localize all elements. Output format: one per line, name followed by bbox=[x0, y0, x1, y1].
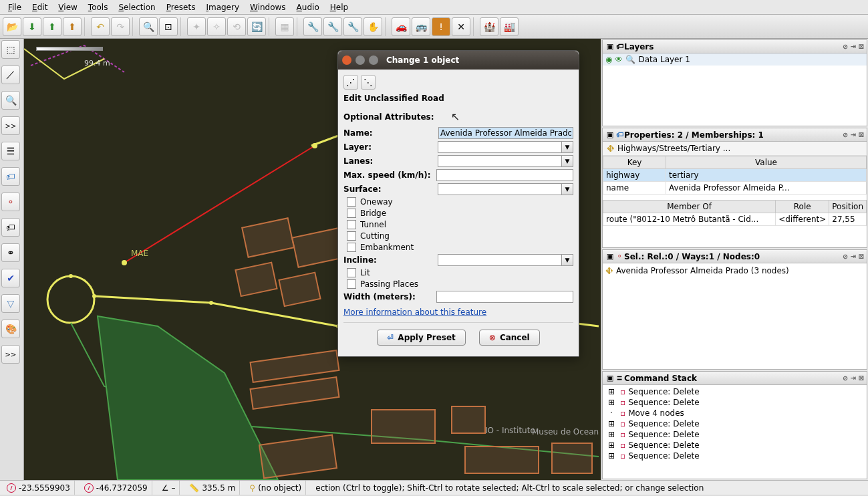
tree-icon[interactable]: ⊞ bbox=[605, 387, 617, 396]
tree-icon[interactable]: ⊞ bbox=[605, 451, 617, 461]
grid-button[interactable]: ▦ bbox=[275, 17, 294, 36]
maximize-icon[interactable] bbox=[369, 55, 378, 65]
expand-tools2[interactable]: >> bbox=[1, 345, 20, 364]
member-row[interactable]: route ("8012-10 Metrô Butantã - Cid...<d… bbox=[603, 213, 867, 226]
position-header[interactable]: Position bbox=[829, 201, 867, 213]
cmd-item[interactable]: ·▫Move 4 nodes bbox=[603, 408, 867, 418]
zoom-in-button[interactable]: 🔍 bbox=[139, 17, 158, 36]
tree-icon[interactable]: ⊞ bbox=[605, 398, 617, 407]
bridge-check[interactable]: Bridge bbox=[347, 209, 573, 218]
more-info-link[interactable]: More information about this feature bbox=[343, 307, 486, 317]
memberof-header[interactable]: Member Of bbox=[603, 201, 776, 213]
surface-input[interactable] bbox=[438, 183, 561, 195]
tunnel-check[interactable]: Tunnel bbox=[347, 220, 573, 229]
cutting-check[interactable]: Cutting bbox=[347, 231, 573, 241]
menu-help[interactable]: Help bbox=[325, 1, 353, 13]
scale-bar[interactable] bbox=[36, 47, 103, 51]
status-object[interactable]: ⚲(no object) bbox=[245, 481, 306, 495]
member-role[interactable]: <different> bbox=[776, 213, 829, 226]
member-pos[interactable]: 27,55 bbox=[829, 213, 867, 226]
collapse-icon[interactable]: ▣ bbox=[605, 374, 615, 383]
preset-wrench3-button[interactable]: 🔧 bbox=[343, 17, 362, 36]
lanes-combo[interactable]: ▼ bbox=[438, 155, 573, 167]
chevron-down-icon[interactable]: ▼ bbox=[561, 141, 573, 153]
menu-imagery[interactable]: Imagery bbox=[200, 1, 245, 13]
tag-tool[interactable]: 🏷 bbox=[1, 167, 20, 186]
status-lon[interactable]: -46.7372059 bbox=[80, 481, 152, 495]
name-input[interactable] bbox=[438, 127, 573, 139]
chevron-down-icon[interactable]: ▼ bbox=[561, 155, 573, 167]
checkbox-icon[interactable] bbox=[347, 243, 356, 252]
status-dist[interactable]: 📏335.5 m bbox=[185, 481, 240, 495]
undo-button[interactable]: ↶ bbox=[91, 17, 110, 36]
selection-item[interactable]: ⛖ Avenida Professor Almeida Prado (3 nod… bbox=[603, 263, 867, 278]
menu-selection[interactable]: Selection bbox=[113, 1, 160, 13]
layers-tool[interactable]: ☰ bbox=[1, 142, 20, 160]
bus-button[interactable]: 🚌 bbox=[412, 17, 430, 36]
preset-wrench1-button[interactable]: 🔧 bbox=[303, 17, 322, 36]
member-of[interactable]: route ("8012-10 Metrô Butantã - Cid... bbox=[603, 213, 776, 226]
tag-row[interactable]: highwaytertiary bbox=[603, 169, 867, 182]
key-header[interactable]: Key bbox=[603, 156, 666, 169]
passing-check[interactable]: Passing Places bbox=[347, 279, 573, 289]
preset-wrench2-button[interactable]: 🔧 bbox=[323, 17, 342, 36]
value-header[interactable]: Value bbox=[666, 156, 867, 169]
menu-audio[interactable]: Audio bbox=[291, 1, 325, 13]
tree-icon[interactable]: ⊞ bbox=[605, 441, 617, 450]
dialog-titlebar[interactable]: Change 1 object bbox=[338, 51, 579, 70]
cmd-item[interactable]: ⊞▫Sequence: Delete bbox=[603, 451, 867, 461]
tag-key[interactable]: highway bbox=[603, 169, 666, 182]
scheme-icon2[interactable]: ⋱ bbox=[361, 75, 376, 90]
factory-button[interactable]: 🏭 bbox=[500, 17, 519, 36]
status-angle[interactable]: ∠– bbox=[158, 481, 180, 495]
lanes-input[interactable] bbox=[438, 155, 561, 167]
tools-button[interactable]: ✕ bbox=[452, 17, 470, 36]
layer-item[interactable]: ◉ 👁 🔍 Data Layer 1 bbox=[603, 53, 867, 66]
tag-value[interactable]: tertiary bbox=[666, 169, 867, 182]
filter-tool[interactable]: ▽ bbox=[1, 294, 20, 313]
tag-key[interactable]: name bbox=[603, 182, 666, 195]
tag2-tool[interactable]: 🏷 bbox=[1, 218, 20, 237]
layers-panel-header[interactable]: ▣ 🏷 Layers ⊘ ⇥ ⊠ bbox=[603, 40, 867, 53]
collapse-icon[interactable]: ▣ bbox=[605, 252, 615, 261]
panel-controls[interactable]: ⊘ ⇥ ⊠ bbox=[843, 253, 864, 260]
chevron-down-icon[interactable]: ▼ bbox=[561, 183, 573, 195]
layer-input[interactable] bbox=[438, 141, 561, 153]
panel-controls[interactable]: ⊘ ⇥ ⊠ bbox=[843, 43, 864, 50]
tool-wand-button[interactable]: ✦ bbox=[187, 17, 206, 36]
maxspeed-input[interactable] bbox=[436, 169, 573, 181]
download-button[interactable]: ⬇ bbox=[23, 17, 41, 36]
redo-button[interactable]: ↷ bbox=[111, 17, 130, 36]
status-lat[interactable]: -23.5559903 bbox=[3, 481, 75, 495]
relation2-tool[interactable]: ⚭ bbox=[1, 243, 20, 262]
hand-button[interactable]: ✋ bbox=[364, 17, 382, 36]
car-button[interactable]: 🚗 bbox=[392, 17, 410, 36]
cmd-item[interactable]: ⊞▫Sequence: Delete bbox=[603, 386, 867, 397]
cmd-item[interactable]: ⊞▫Sequence: Delete bbox=[603, 429, 867, 440]
embankment-check[interactable]: Embankment bbox=[347, 243, 573, 252]
layer-combo[interactable]: ▼ bbox=[438, 141, 573, 153]
checkbox-icon[interactable] bbox=[347, 209, 356, 218]
expand-tools[interactable]: >> bbox=[1, 116, 20, 135]
tool-rotate-button[interactable]: ⟲ bbox=[227, 17, 246, 36]
zoom-fit-button[interactable]: ⊡ bbox=[159, 17, 178, 36]
menu-tools[interactable]: Tools bbox=[83, 1, 114, 13]
tool-wand2-button[interactable]: ✧ bbox=[207, 17, 226, 36]
menu-presets[interactable]: Presets bbox=[161, 1, 201, 13]
cmd-item[interactable]: ⊞▫Sequence: Delete bbox=[603, 418, 867, 429]
surface-combo[interactable]: ▼ bbox=[438, 183, 573, 195]
close-icon[interactable] bbox=[342, 55, 351, 65]
panel-controls[interactable]: ⊘ ⇥ ⊠ bbox=[843, 374, 864, 382]
open-button[interactable]: 📂 bbox=[3, 17, 21, 36]
upload-button[interactable]: ⬆ bbox=[43, 17, 61, 36]
refresh-button[interactable]: 🔄 bbox=[247, 17, 266, 36]
properties-header[interactable]: ▣ 🏷 Properties: 2 / Memberships: 1 ⊘ ⇥ ⊠ bbox=[603, 128, 867, 142]
menu-windows[interactable]: Windows bbox=[245, 1, 291, 13]
upload-alt-button[interactable]: ⬆ bbox=[63, 17, 82, 36]
cmd-item[interactable]: ⊞▫Sequence: Delete bbox=[603, 397, 867, 408]
castle-button[interactable]: 🏰 bbox=[480, 17, 498, 36]
chevron-down-icon[interactable]: ▼ bbox=[561, 254, 573, 266]
role-header[interactable]: Role bbox=[776, 201, 829, 213]
lit-check[interactable]: Lit bbox=[347, 268, 573, 277]
warning-button[interactable]: ! bbox=[432, 17, 450, 36]
